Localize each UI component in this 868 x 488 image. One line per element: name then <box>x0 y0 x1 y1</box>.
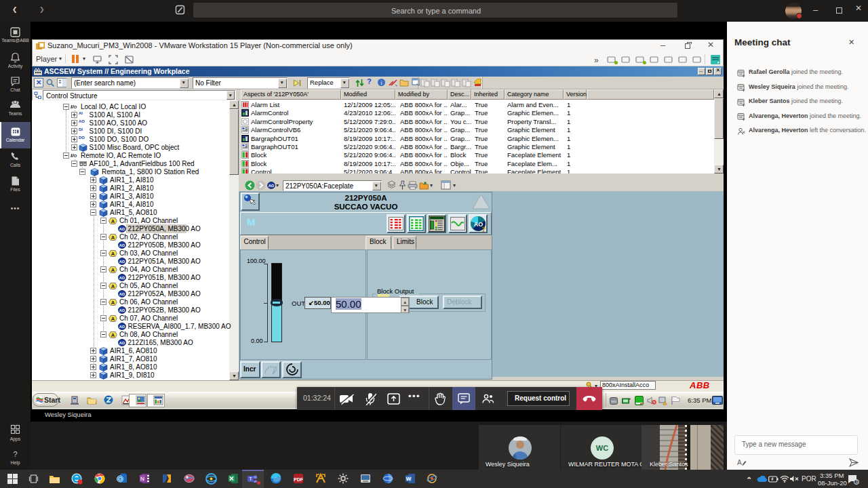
svg-text:vm: vm <box>611 399 616 403</box>
svg-text:AO: AO <box>119 260 125 264</box>
svg-text:3: 3 <box>855 479 858 484</box>
svg-text:A: A <box>111 267 115 273</box>
svg-text:AO: AO <box>119 341 125 345</box>
svg-text:W: W <box>406 476 412 482</box>
svg-text:A: A <box>111 283 115 289</box>
svg-text:AO: AO <box>119 325 125 329</box>
svg-text:?: ? <box>482 225 486 232</box>
svg-text:A: A <box>111 300 115 306</box>
svg-text:PDF: PDF <box>294 477 304 482</box>
svg-text:N: N <box>140 476 144 482</box>
svg-text:AO: AO <box>119 243 125 247</box>
svg-text:T: T <box>249 476 252 482</box>
svg-text:AO: AO <box>119 292 125 296</box>
svg-text:A: A <box>111 235 115 241</box>
svg-text:A: A <box>737 459 742 466</box>
svg-text:AO: AO <box>119 308 125 312</box>
svg-text:A: A <box>111 332 115 338</box>
svg-text:O: O <box>118 476 122 482</box>
svg-text:AO: AO <box>119 227 125 231</box>
svg-text:AO: AO <box>119 276 125 280</box>
svg-text:AO: AO <box>269 184 275 188</box>
svg-text:A: A <box>111 251 115 257</box>
svg-text:A: A <box>111 316 115 322</box>
svg-text:A: A <box>111 218 115 224</box>
